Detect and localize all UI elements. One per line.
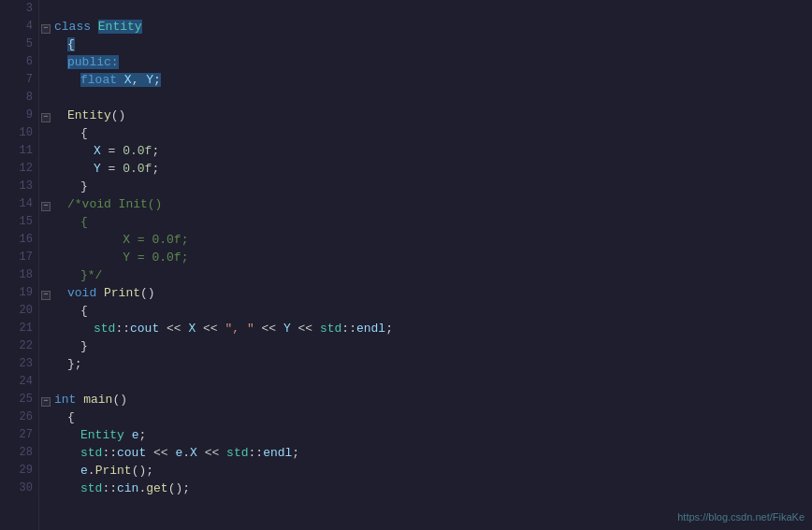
- token: }: [80, 179, 88, 193]
- code-indent: class Entity: [54, 18, 142, 36]
- token: std: [320, 322, 341, 336]
- code-indent: {: [54, 408, 75, 426]
- line-number: 9: [12, 107, 33, 124]
- table-row: X = 0.0f;: [39, 231, 812, 249]
- fold-button[interactable]: −: [41, 291, 51, 300]
- table-row: {: [39, 36, 812, 53]
- fold-gutter: −: [39, 107, 54, 124]
- fold-button[interactable]: −: [41, 397, 51, 407]
- code-indent: void Print(): [54, 284, 155, 302]
- line-number: 14: [12, 195, 33, 213]
- token: {: [80, 215, 88, 229]
- token: void: [67, 286, 104, 300]
- token: 0.0f: [123, 144, 152, 158]
- line-number: 19: [12, 284, 33, 302]
- fold-gutter: −: [39, 284, 54, 302]
- code-indent: Y = 0.0f;: [54, 249, 188, 266]
- fold-button[interactable]: −: [41, 24, 51, 34]
- line-numbers: 3456789101112131415161718192021222324252…: [0, 0, 39, 530]
- token: ();: [132, 464, 153, 478]
- table-row: Y = 0.0f;: [39, 160, 812, 178]
- token: std: [80, 481, 102, 495]
- table-row: };: [39, 355, 812, 373]
- code-indent: {: [54, 302, 88, 320]
- table-row: [39, 89, 812, 107]
- code-indent: }: [54, 337, 88, 355]
- token: (): [140, 286, 155, 300]
- line-number: 10: [12, 124, 33, 142]
- fold-button[interactable]: −: [41, 113, 51, 122]
- code-indent: Y = 0.0f;: [54, 160, 159, 178]
- token: cin: [117, 481, 138, 495]
- token: std: [80, 446, 102, 460]
- code-editor: 3456789101112131415161718192021222324252…: [0, 0, 812, 530]
- token: ,: [132, 73, 147, 87]
- code-indent: std::cout << X << ", " << Y << std::endl…: [54, 320, 393, 337]
- token: Y: [283, 322, 291, 336]
- table-row: −void Print(): [39, 284, 812, 302]
- token: {: [80, 126, 88, 140]
- line-number: 22: [12, 337, 33, 355]
- token: ;: [181, 251, 189, 265]
- token: {: [67, 37, 75, 51]
- token: Y: [146, 73, 153, 87]
- token: 0.0f: [123, 162, 152, 176]
- token: endl: [356, 322, 385, 336]
- token: }: [80, 339, 88, 353]
- token: .: [182, 446, 190, 460]
- token: ;: [153, 73, 161, 87]
- token: (): [111, 108, 126, 122]
- line-number: 25: [12, 391, 33, 408]
- table-row: float X, Y;: [39, 71, 812, 89]
- token: <<: [146, 446, 175, 460]
- line-number: 5: [12, 36, 33, 53]
- token: ;: [181, 233, 189, 247]
- token: <<: [196, 322, 225, 336]
- table-row: [39, 373, 812, 391]
- token: ", ": [225, 322, 254, 336]
- code-indent: Entity(): [54, 107, 125, 124]
- token: ::: [249, 446, 264, 460]
- code-indent: {: [54, 36, 75, 53]
- code-indent: {: [54, 124, 88, 142]
- token: ;: [152, 162, 159, 176]
- token: cout: [117, 446, 146, 460]
- line-number: 21: [12, 320, 33, 337]
- table-row: −class Entity: [39, 18, 812, 36]
- table-row: −int main(): [39, 391, 812, 408]
- code-content: −class Entity{public:float X, Y;−Entity(…: [39, 0, 812, 530]
- token: Print: [104, 286, 140, 300]
- token: =: [101, 162, 123, 176]
- line-number: 24: [12, 373, 33, 391]
- token: ;: [138, 428, 146, 442]
- token: std: [226, 446, 248, 460]
- token: class: [54, 20, 98, 34]
- fold-gutter: −: [39, 391, 54, 408]
- line-number: 11: [12, 142, 33, 160]
- token: 0.0f: [152, 233, 181, 247]
- token: main: [83, 393, 112, 407]
- table-row: }*/: [39, 266, 812, 284]
- line-number: 3: [12, 0, 33, 18]
- token: {: [80, 304, 88, 318]
- table-row: {: [39, 213, 812, 231]
- fold-gutter: −: [39, 18, 54, 36]
- code-indent: int main(): [54, 391, 127, 408]
- table-row: e.Print();: [39, 462, 812, 480]
- table-row: }: [39, 337, 812, 355]
- table-row: public:: [39, 53, 812, 71]
- fold-gutter: −: [39, 195, 54, 213]
- table-row: {: [39, 302, 812, 320]
- table-row: {: [39, 124, 812, 142]
- code-indent: std::cin.get();: [54, 480, 190, 497]
- table-row: −Entity(): [39, 107, 812, 124]
- token: public:: [67, 55, 119, 69]
- token: };: [67, 357, 82, 371]
- code-indent: {: [54, 213, 88, 231]
- token: ::: [102, 481, 117, 495]
- line-number: 30: [12, 480, 33, 497]
- line-number: 6: [12, 53, 33, 71]
- code-indent: }*/: [54, 266, 102, 284]
- fold-button[interactable]: −: [41, 202, 51, 211]
- token: ::: [341, 322, 356, 336]
